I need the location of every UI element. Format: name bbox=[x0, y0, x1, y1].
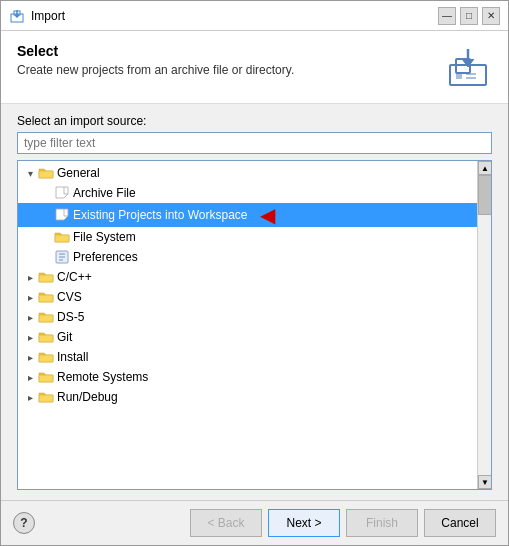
expand-icon: ▸ bbox=[22, 269, 38, 285]
title-bar: Import — □ ✕ bbox=[1, 1, 508, 31]
import-dialog: Import — □ ✕ Select Create new projects … bbox=[0, 0, 509, 546]
tree-item[interactable]: Existing Projects into Workspace ◀ bbox=[18, 203, 491, 227]
expand-icon: ▸ bbox=[22, 349, 38, 365]
tree-inner: ▾ General Archive File Existing Projects… bbox=[18, 161, 491, 489]
svg-rect-9 bbox=[39, 171, 53, 178]
item-icon bbox=[54, 186, 70, 200]
item-label: General bbox=[57, 166, 100, 180]
item-label: Archive File bbox=[73, 186, 136, 200]
item-label: Git bbox=[57, 330, 72, 344]
window-icon bbox=[9, 8, 25, 24]
finish-button[interactable]: Finish bbox=[346, 509, 418, 537]
svg-rect-19 bbox=[39, 355, 53, 362]
item-label: Install bbox=[57, 350, 88, 364]
item-label: Run/Debug bbox=[57, 390, 118, 404]
svg-rect-15 bbox=[39, 275, 53, 282]
close-button[interactable]: ✕ bbox=[482, 7, 500, 25]
item-label: C/C++ bbox=[57, 270, 92, 284]
item-label: Remote Systems bbox=[57, 370, 148, 384]
header-subtitle: Create new projects from an archive file… bbox=[17, 63, 294, 77]
filter-label: Select an import source: bbox=[17, 114, 492, 128]
item-icon bbox=[38, 370, 54, 384]
svg-rect-6 bbox=[456, 73, 462, 79]
item-icon bbox=[54, 230, 70, 244]
help-button[interactable]: ? bbox=[13, 512, 35, 534]
tree-item[interactable]: ▸ Install bbox=[18, 347, 491, 367]
item-icon bbox=[54, 250, 70, 264]
cancel-button[interactable]: Cancel bbox=[424, 509, 496, 537]
tree-item[interactable]: ▸ CVS bbox=[18, 287, 491, 307]
item-icon bbox=[38, 350, 54, 364]
expand-icon: ▸ bbox=[22, 289, 38, 305]
tree-item[interactable]: Preferences bbox=[18, 247, 491, 267]
item-icon bbox=[54, 208, 70, 222]
svg-rect-17 bbox=[39, 315, 53, 322]
item-icon bbox=[38, 290, 54, 304]
scroll-up-arrow[interactable]: ▲ bbox=[478, 161, 492, 175]
expand-icon bbox=[38, 207, 54, 223]
svg-rect-20 bbox=[39, 375, 53, 382]
item-icon bbox=[38, 166, 54, 180]
header-title: Select bbox=[17, 43, 294, 59]
expand-icon: ▸ bbox=[22, 329, 38, 345]
tree-item[interactable]: ▸ DS-5 bbox=[18, 307, 491, 327]
item-label: Existing Projects into Workspace bbox=[73, 208, 248, 222]
svg-rect-16 bbox=[39, 295, 53, 302]
footer: ? < Back Next > Finish Cancel bbox=[1, 500, 508, 545]
tree-item[interactable]: Archive File bbox=[18, 183, 491, 203]
back-button[interactable]: < Back bbox=[190, 509, 262, 537]
svg-rect-8 bbox=[466, 77, 476, 79]
header-section: Select Create new projects from an archi… bbox=[1, 31, 508, 104]
footer-left: ? bbox=[13, 512, 35, 534]
import-icon bbox=[444, 43, 492, 91]
item-label: DS-5 bbox=[57, 310, 84, 324]
item-icon bbox=[38, 310, 54, 324]
item-label: File System bbox=[73, 230, 136, 244]
content-area: Select an import source: ▾ General Archi… bbox=[1, 104, 508, 500]
tree-item[interactable]: ▸ Remote Systems bbox=[18, 367, 491, 387]
red-arrow-annotation: ◀ bbox=[260, 205, 275, 225]
tree-item[interactable]: ▸ Git bbox=[18, 327, 491, 347]
item-label: CVS bbox=[57, 290, 82, 304]
item-icon bbox=[38, 330, 54, 344]
expand-icon bbox=[38, 229, 54, 245]
svg-rect-7 bbox=[466, 73, 476, 75]
item-label: Preferences bbox=[73, 250, 138, 264]
expand-icon bbox=[38, 185, 54, 201]
next-button[interactable]: Next > bbox=[268, 509, 340, 537]
maximize-button[interactable]: □ bbox=[460, 7, 478, 25]
expand-icon: ▾ bbox=[22, 165, 38, 181]
svg-rect-18 bbox=[39, 335, 53, 342]
expand-icon: ▸ bbox=[22, 369, 38, 385]
tree-item[interactable]: ▾ General bbox=[18, 163, 491, 183]
expand-icon bbox=[38, 249, 54, 265]
footer-buttons: < Back Next > Finish Cancel bbox=[190, 509, 496, 537]
window-controls: — □ ✕ bbox=[438, 7, 500, 25]
item-icon bbox=[38, 390, 54, 404]
scrollbar[interactable]: ▲ ▼ bbox=[477, 161, 491, 489]
expand-icon: ▸ bbox=[22, 309, 38, 325]
svg-rect-21 bbox=[39, 395, 53, 402]
minimize-button[interactable]: — bbox=[438, 7, 456, 25]
svg-rect-10 bbox=[55, 235, 69, 242]
window-title: Import bbox=[31, 9, 438, 23]
expand-icon: ▸ bbox=[22, 389, 38, 405]
item-icon bbox=[38, 270, 54, 284]
tree-item[interactable]: ▸ Run/Debug bbox=[18, 387, 491, 407]
tree-container: ▾ General Archive File Existing Projects… bbox=[17, 160, 492, 490]
filter-input[interactable] bbox=[17, 132, 492, 154]
scroll-down-arrow[interactable]: ▼ bbox=[478, 475, 492, 489]
tree-item[interactable]: ▸ C/C++ bbox=[18, 267, 491, 287]
header-text: Select Create new projects from an archi… bbox=[17, 43, 294, 77]
scroll-thumb[interactable] bbox=[478, 175, 492, 215]
tree-item[interactable]: File System bbox=[18, 227, 491, 247]
